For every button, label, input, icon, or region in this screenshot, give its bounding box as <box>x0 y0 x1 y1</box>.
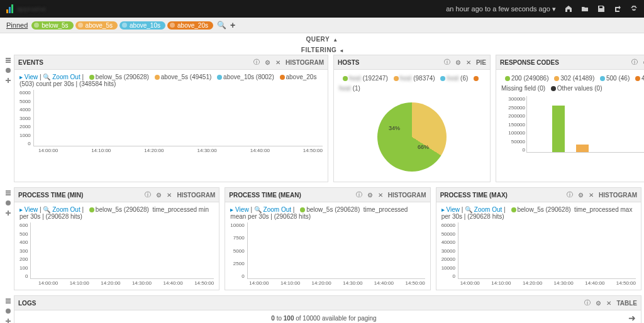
view-link[interactable]: ▸ View <box>19 206 38 213</box>
info-icon[interactable]: ⓘ <box>631 58 638 67</box>
gear-icon[interactable]: ⚙ <box>455 59 461 66</box>
events-chart[interactable]: 6000500040003000200010000 <box>19 90 323 146</box>
folder-icon[interactable] <box>581 5 589 13</box>
add-panel-icon[interactable] <box>5 318 11 323</box>
svg-point-2 <box>6 309 11 314</box>
panel-type: HISTOGRAM <box>177 192 215 199</box>
zoom-out-link[interactable]: 🔍 Zoom Out <box>254 206 291 213</box>
search-icon[interactable]: 🔍 <box>217 21 226 30</box>
svg-point-1 <box>6 200 11 205</box>
add-icon[interactable]: + <box>230 20 235 30</box>
panel-type: PIE <box>476 59 486 66</box>
close-icon[interactable]: ✕ <box>378 192 383 199</box>
zoom-out-link[interactable]: 🔍 Zoom Out <box>465 206 502 213</box>
process_time_min-chart[interactable]: 6005004003002001000 <box>19 222 214 279</box>
next-page-icon[interactable]: ➜ <box>628 313 636 323</box>
view-link[interactable]: ▸ View <box>441 206 460 213</box>
save-icon[interactable] <box>597 5 605 13</box>
panel-title: LOGS <box>18 300 36 307</box>
panel-hosts: HOSTS ⓘ ⚙ ✕ PIE host (192247) host (9837… <box>333 55 491 182</box>
app-name: appname <box>17 5 46 13</box>
home-icon[interactable] <box>565 5 572 13</box>
panel-process_time_max: PROCESS TIME (MAX) ⓘ⚙✕HISTOGRAM ▸ View |… <box>436 187 641 290</box>
panel-response-codes: RESPONSE CODES ⓘ ⚙ ✕ TERMS 200 (249086) … <box>496 55 644 182</box>
hosts-pie-chart[interactable]: 34% 66% <box>377 102 447 172</box>
process_time_mean-chart[interactable]: 100007500500025000 <box>230 222 425 279</box>
add-panel-icon[interactable] <box>5 210 11 216</box>
logo-icon <box>6 4 13 13</box>
info-icon[interactable]: ⓘ <box>444 58 450 67</box>
panel-type: TABLE <box>616 300 637 307</box>
panel-type: HISTOGRAM <box>286 59 324 66</box>
collapse-icon[interactable] <box>5 298 11 304</box>
share-icon[interactable] <box>614 5 621 13</box>
gear-icon[interactable]: ⚙ <box>367 192 373 199</box>
panel-logs: LOGS ⓘ ⚙ ✕ TABLE 0 to 100 0 to 100 of 10… <box>14 295 641 323</box>
info-icon[interactable]: ⓘ <box>253 58 260 67</box>
gear-icon[interactable] <box>630 5 638 13</box>
view-link[interactable]: ▸ View <box>230 206 248 213</box>
close-icon[interactable]: ✕ <box>466 59 471 66</box>
panel-type: HISTOGRAM <box>599 192 637 199</box>
pinned-row: Pinned below_5s above_5s above_10s above… <box>0 18 644 33</box>
close-icon[interactable]: ✕ <box>589 192 594 199</box>
close-icon[interactable]: ✕ <box>606 300 611 307</box>
pinned-tag-above_20s[interactable]: above_20s <box>167 21 213 30</box>
gear-icon[interactable]: ⚙ <box>596 300 601 307</box>
time-range-picker[interactable]: an hour ago to a few seconds ago ▾ <box>446 5 556 13</box>
panel-title: PROCESS TIME (MEAN) <box>229 192 301 199</box>
view-link[interactable]: ▸ View <box>19 74 38 80</box>
info-icon[interactable]: ⓘ <box>567 190 573 199</box>
paging-info: 0 to 100 0 to 100 of 10000 available for… <box>271 315 376 322</box>
panel-title: RESPONSE CODES <box>500 59 559 66</box>
gear-icon[interactable]: ⚙ <box>156 192 162 199</box>
panel-title: PROCESS TIME (MIN) <box>18 192 83 199</box>
query-header[interactable]: QUERY ▲ <box>0 33 644 44</box>
row-gear-icon[interactable] <box>5 308 11 314</box>
zoom-out-link[interactable]: 🔍 Zoom Out <box>43 74 80 80</box>
filtering-header[interactable]: FILTERING ◂ <box>0 44 644 55</box>
info-icon[interactable]: ⓘ <box>584 298 591 307</box>
panel-title: PROCESS TIME (MAX) <box>440 192 508 199</box>
topbar: appname an hour ago to a few seconds ago… <box>0 0 644 18</box>
close-icon[interactable]: ✕ <box>167 192 172 199</box>
collapse-icon[interactable] <box>5 190 11 196</box>
add-panel-icon[interactable] <box>5 77 11 84</box>
close-icon[interactable]: ✕ <box>275 59 280 66</box>
svg-point-0 <box>6 68 11 73</box>
panel-title: EVENTS <box>18 59 43 66</box>
pinned-tag-below_5s[interactable]: below_5s <box>31 21 73 30</box>
info-icon[interactable]: ⓘ <box>356 190 362 199</box>
panel-process_time_mean: PROCESS TIME (MEAN) ⓘ⚙✕HISTOGRAM ▸ View … <box>225 187 430 290</box>
pinned-tag-above_5s[interactable]: above_5s <box>75 21 118 30</box>
info-icon[interactable]: ⓘ <box>145 190 151 199</box>
pinned-tag-above_10s[interactable]: above_10s <box>119 21 165 30</box>
zoom-out-link[interactable]: 🔍 Zoom Out <box>43 206 80 213</box>
pinned-label[interactable]: Pinned <box>6 21 28 29</box>
panel-title: HOSTS <box>338 59 359 66</box>
panel-events: EVENTS ⓘ ⚙ ✕ HISTOGRAM ▸ View | 🔍 Zoom O… <box>14 55 328 182</box>
response-chart[interactable] <box>526 96 644 153</box>
collapse-icon[interactable] <box>5 57 11 63</box>
gear-icon[interactable]: ⚙ <box>578 192 584 199</box>
process_time_max-chart[interactable]: 6000050000400003000020000100000 <box>441 222 636 279</box>
panel-process_time_min: PROCESS TIME (MIN) ⓘ⚙✕HISTOGRAM ▸ View |… <box>14 187 219 290</box>
panel-type: HISTOGRAM <box>388 192 426 199</box>
gear-icon[interactable]: ⚙ <box>265 59 270 66</box>
row-gear-icon[interactable] <box>5 67 11 74</box>
row-gear-icon[interactable] <box>5 200 11 206</box>
